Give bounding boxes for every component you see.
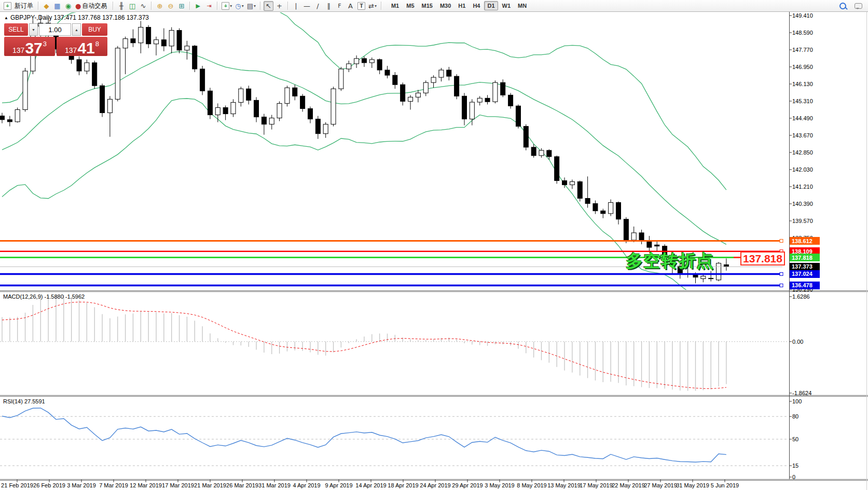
- timeframe-button-d1[interactable]: D1: [484, 1, 498, 10]
- candle-body: [15, 109, 20, 121]
- ask-price-box[interactable]: 137418: [57, 37, 107, 56]
- price-level-tag[interactable]: 137.373: [790, 263, 820, 271]
- timeframe-button-m30[interactable]: M30: [437, 1, 454, 10]
- bid-price-box[interactable]: 137373: [4, 37, 55, 56]
- trendline-tool-button[interactable]: /: [313, 1, 323, 11]
- rsi-axis-label: 100: [792, 398, 802, 404]
- timeframe-button-mn[interactable]: MN: [515, 1, 530, 10]
- cursor-tool-button[interactable]: ↖: [264, 1, 273, 11]
- search-icon[interactable]: [839, 3, 846, 9]
- horizontal-line-tool-button[interactable]: —: [302, 1, 312, 11]
- turning-point-annotation[interactable]: 多空转折点: [626, 249, 714, 273]
- chat-icon[interactable]: [855, 3, 862, 9]
- candle-body: [477, 98, 482, 102]
- timeframe-button-h4[interactable]: H4: [470, 1, 483, 10]
- crosshair-tool-button[interactable]: +: [274, 1, 284, 11]
- candle-body: [501, 82, 505, 95]
- candle-body: [616, 203, 621, 219]
- candle-body: [277, 103, 282, 118]
- ask-big-digits: 41: [77, 41, 94, 55]
- date-axis-label: 5 Jun 2019: [711, 482, 739, 488]
- price-level-tag[interactable]: 137.818: [790, 254, 820, 261]
- candle-body: [300, 96, 305, 108]
- line-chart-button[interactable]: ∿: [138, 1, 148, 11]
- price-callout-label[interactable]: 137.818: [740, 251, 785, 265]
- navigator-icon: ◉: [65, 3, 71, 9]
- candle-body: [377, 60, 382, 70]
- text-tool-button[interactable]: A: [346, 1, 355, 11]
- auto-trading-button[interactable]: ●自动交易: [74, 1, 109, 11]
- rsi-axis-label: 0: [792, 474, 795, 480]
- zoom-in-icon: ⊕: [157, 3, 162, 9]
- collapse-triangle-icon[interactable]: ▲: [4, 16, 8, 20]
- bar-chart-button[interactable]: ╫: [116, 1, 126, 11]
- candle-body: [493, 82, 498, 102]
- toolbar-separator: [38, 2, 38, 10]
- candle-body: [285, 88, 290, 103]
- candle-body: [724, 264, 728, 267]
- price-axis-label: 146.130: [792, 81, 813, 87]
- channel-tool-button: ∥: [324, 1, 334, 11]
- timeframe-button-w1[interactable]: W1: [499, 1, 514, 10]
- new-order-icon: +: [4, 2, 11, 10]
- candle-body: [139, 27, 143, 43]
- candlestick-icon: ◫: [129, 3, 135, 9]
- price-callout-anchor: [734, 257, 740, 258]
- candle-body: [347, 64, 351, 69]
- price-level-tag[interactable]: 137.024: [790, 270, 820, 278]
- timeframe-button-h1[interactable]: H1: [455, 1, 469, 10]
- data-window-icon: ▦: [54, 3, 60, 9]
- candle-body: [585, 199, 590, 204]
- navigator-button[interactable]: ◉: [63, 1, 73, 11]
- chevron-down-icon: ▾: [375, 4, 377, 8]
- candle-body: [523, 127, 528, 147]
- chart-shift-button[interactable]: ⇥: [204, 1, 214, 11]
- rsi-label: RSI(14) 27.5591: [3, 398, 45, 404]
- volume-input[interactable]: 1.00: [39, 23, 71, 36]
- sell-button[interactable]: SELL: [4, 23, 28, 36]
- candlestick-chart-button[interactable]: ◫: [127, 1, 137, 11]
- auto-scroll-button[interactable]: ▶: [193, 1, 203, 11]
- template-button[interactable]: ▤▾: [246, 1, 257, 11]
- chart-canvas[interactable]: [0, 0, 868, 490]
- timeframe-button-m15[interactable]: M15: [419, 1, 436, 10]
- period-button[interactable]: ◷▾: [234, 1, 244, 11]
- date-axis-label: 18 Apr 2019: [388, 482, 418, 488]
- timeframe-button-m1[interactable]: M1: [388, 1, 402, 10]
- date-axis-label: 8 May 2019: [517, 482, 546, 488]
- volume-decrease-button[interactable]: ▼: [29, 23, 38, 36]
- market-watch-button[interactable]: ◆: [42, 1, 51, 11]
- zoom-in-button[interactable]: ⊕: [155, 1, 164, 11]
- timeframe-button-m5[interactable]: M5: [403, 1, 417, 10]
- toolbar: + 新订单 ◆ ▦ ◉ ●自动交易 ╫ ◫ ∿ ⊕ ⊖ ⊞ ▶ ⇥ +▾ ◷▾ …: [0, 0, 868, 12]
- price-level-tag[interactable]: 136.478: [790, 282, 820, 289]
- candle-body: [107, 99, 112, 113]
- candle-body: [154, 40, 159, 44]
- candle-body: [85, 63, 89, 71]
- price-level-tag[interactable]: 138.612: [790, 237, 820, 245]
- candle-body: [647, 241, 652, 247]
- candle-body: [570, 181, 574, 185]
- candle-body: [146, 27, 151, 44]
- candle-body: [470, 102, 474, 119]
- fibonacci-tool-button[interactable]: F: [335, 1, 345, 11]
- candle-body: [23, 71, 27, 109]
- bid-big-digits: 37: [25, 41, 42, 55]
- buy-button[interactable]: BUY: [82, 23, 107, 36]
- candle-body: [385, 70, 390, 75]
- candle-body: [539, 150, 544, 156]
- volume-increase-button[interactable]: ▲: [72, 23, 81, 36]
- text-label-tool-button[interactable]: T: [356, 1, 366, 11]
- data-window-button[interactable]: ▦: [52, 1, 62, 11]
- price-axis-label: 147.770: [792, 47, 813, 53]
- new-order-label[interactable]: 新订单: [15, 2, 33, 10]
- arrows-tool-button[interactable]: ⇄▾: [367, 1, 378, 11]
- add-indicator-button[interactable]: +▾: [221, 1, 233, 11]
- rsi-axis-label: 80: [792, 413, 798, 419]
- new-order-button[interactable]: +: [3, 1, 12, 11]
- vertical-line-tool-button[interactable]: |: [291, 1, 301, 11]
- tile-windows-button[interactable]: ⊞: [176, 1, 186, 11]
- candle-body: [555, 157, 559, 180]
- bid-small-digits: 137: [12, 46, 24, 54]
- zoom-out-button[interactable]: ⊖: [166, 1, 175, 11]
